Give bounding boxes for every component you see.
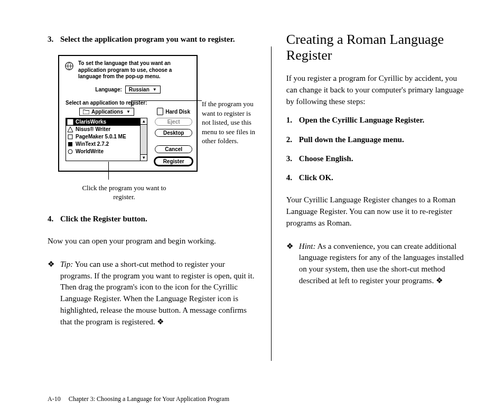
list-item[interactable]: ClarisWorks [66,118,147,126]
right-column: Creating a Roman Language Register If yo… [286,32,467,399]
hint-text: As a convenience, you can create additio… [299,242,464,285]
language-popup-value: Russian [129,87,150,92]
hint-label: Hint: [299,242,316,250]
list-item[interactable]: Nisus® Writer [66,126,147,133]
svg-rect-2 [68,135,72,139]
callout-folder-menu: If the program you want to register is n… [202,99,256,146]
disk-label: Hard Disk [165,109,190,115]
list-item[interactable]: WinText 2.7.2 [66,141,147,148]
step-3: 3. Select the application program you wa… [48,34,256,44]
app-icon [67,141,73,147]
cancel-button[interactable]: Cancel [155,145,192,153]
hard-disk-icon [157,108,163,115]
tip-text: You can use a short-cut method to regist… [60,260,254,326]
step-3: 3. Choose English. [286,153,467,164]
diamond-icon: ❖ [286,241,299,287]
callout-click-program: Click the program you want to register. [79,183,169,202]
globe-icon [64,61,74,71]
step-number: 3. [48,34,60,44]
step-text: Click the Register button. [60,213,147,224]
body-text: Now you can open your program and begin … [48,236,256,247]
leader-line [131,100,202,101]
app-icon [67,134,73,140]
leader-line [131,100,132,107]
intro-text: If you register a program for Cyrillic b… [286,73,467,107]
chapter-title: Chapter 3: Choosing a Language for Your … [69,395,229,403]
folder-icon [83,109,89,114]
app-icon [67,119,73,125]
folder-popup-value: Applications [91,109,123,115]
step-2: 2. Pull down the Language menu. [286,134,467,145]
section-heading: Creating a Roman Language Register [286,32,467,63]
tip-block: ❖ Tip: You can use a short-cut method to… [48,259,256,328]
hint-block: ❖ Hint: As a convenience, you can create… [286,241,467,287]
eject-button: Eject [155,118,192,126]
scroll-down-icon[interactable]: ▼ [141,154,147,161]
list-item[interactable]: PageMaker 5.0.1 ME [66,133,147,141]
left-column: 3. Select the application program you wa… [48,32,256,399]
step-number: 4. [48,213,60,224]
chevron-down-icon: ▼ [153,87,157,92]
scroll-up-icon[interactable]: ▲ [141,118,147,125]
body-text: Your Cyrillic Language Register changes … [286,194,467,229]
step-text: Select the application program you want … [60,34,235,44]
tip-label: Tip: [60,260,73,268]
diamond-icon: ❖ [48,259,60,328]
language-popup[interactable]: Russian ▼ [125,86,161,94]
register-button[interactable]: Register [155,157,192,165]
language-row: Language: Russian ▼ [63,86,192,94]
chevron-down-icon: ▼ [126,109,130,114]
app-icon [67,126,73,133]
folder-popup[interactable]: Applications ▼ [79,108,134,116]
desktop-button[interactable]: Desktop [155,129,192,137]
application-list[interactable]: ClarisWorks Nisus® Writer PageMaker 5.0.… [66,118,147,161]
language-register-dialog: To set the language that you want an app… [58,55,198,172]
svg-rect-1 [68,119,73,125]
register-dialog-figure: To set the language that you want an app… [58,55,256,172]
step-4: 4. Click the Register button. [48,213,256,224]
language-label: Language: [95,87,122,92]
page-number: A-10 [48,395,61,403]
column-divider [271,46,272,361]
list-item[interactable]: WorldWrite [66,148,147,155]
svg-rect-3 [68,142,72,146]
step-4: 4. Click OK. [286,172,467,183]
scrollbar[interactable]: ▲ ▼ [140,118,147,161]
leader-line [108,162,109,180]
svg-point-4 [68,150,72,154]
page-footer: A-10 Chapter 3: Choosing a Language for … [48,395,229,403]
step-1: 1. Open the Cyrillic Language Register. [286,115,467,125]
app-icon [67,148,73,155]
dialog-message: To set the language that you want an app… [78,60,192,80]
